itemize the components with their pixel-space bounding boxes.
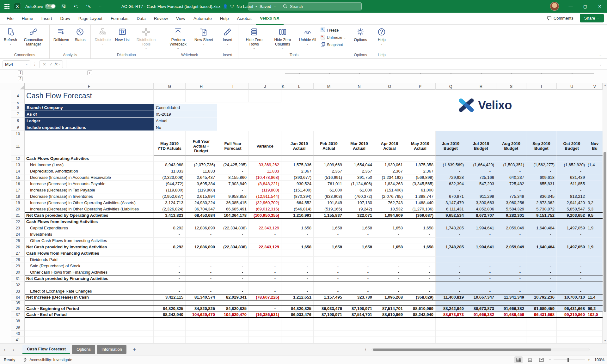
cell-T39[interactable] (526, 324, 557, 331)
cell-J23[interactable]: 22,343,129 (249, 225, 281, 231)
cell-O35[interactable] (374, 301, 405, 305)
cell-F25[interactable]: Other Cash Flows from Investing Activiti… (25, 238, 154, 244)
cell-O20[interactable]: 18,532 (374, 206, 405, 212)
cell-H16[interactable]: 3,695,384 (186, 181, 217, 187)
cell-F21[interactable]: Net Cash provided by Operating Activitie… (25, 213, 154, 218)
cell-H35[interactable] (186, 301, 217, 305)
sheet-nav-left-icon[interactable]: ‹ (0, 347, 9, 352)
cell-P16[interactable]: (3,345,565) (405, 181, 436, 187)
col-header-P[interactable]: P (405, 83, 436, 90)
page-break-preview-button[interactable] (537, 356, 545, 363)
cell-S24[interactable]: - (496, 231, 526, 238)
cell-T29[interactable]: - (526, 263, 557, 269)
cell-T25[interactable]: - (526, 238, 557, 244)
cell-P15[interactable]: (569,898) (405, 174, 436, 181)
cell-O11[interactable]: Apr 2019Actual (374, 137, 405, 155)
cell-G11[interactable]: May 2019YTD Actuals (154, 137, 186, 155)
cell-M31[interactable]: - (314, 276, 344, 282)
cell-F22[interactable]: Cash Flows from Investing Activities (25, 219, 154, 225)
cell-T11[interactable]: Sep 2019Budget (526, 137, 557, 155)
col-header-F[interactable]: F (25, 83, 154, 90)
share-button[interactable]: Share⌄ (580, 14, 604, 22)
cell-T10[interactable] (526, 131, 557, 137)
cell-S26[interactable]: 2,059,049 (496, 244, 526, 250)
cell-L12[interactable] (285, 155, 314, 162)
cell-U28[interactable]: - (557, 257, 587, 263)
cell-Q11[interactable]: Jun 2019Budget (436, 137, 466, 155)
cell-N40[interactable] (344, 331, 374, 337)
cell-J21[interactable]: (100,950,355) (249, 213, 281, 218)
cell-H11[interactable]: Full YearActual +Budget (186, 137, 217, 155)
help-button[interactable]: Help⌄ (373, 26, 390, 46)
app-launcher-icon[interactable] (3, 3, 11, 10)
row-header-16[interactable]: 16 (11, 181, 25, 187)
cell-O24[interactable]: - (374, 231, 405, 238)
cell-M28[interactable]: - (314, 257, 344, 263)
cell-V33[interactable] (587, 288, 603, 294)
cell-S38[interactable] (496, 318, 526, 324)
cell-G26[interactable]: 8,292 (154, 244, 186, 250)
tabbar-kebab-icon[interactable]: ⋮ (364, 347, 368, 352)
cell-G28[interactable]: - (154, 257, 186, 263)
cell-R28[interactable]: - (466, 257, 496, 263)
cell-I17[interactable]: - (217, 187, 249, 193)
row-header-10[interactable]: 10 (11, 131, 25, 137)
ribbon-tab-page-layout[interactable]: Page Layout (74, 13, 107, 25)
cell-I15[interactable]: 8,155,860 (217, 174, 249, 181)
cell-I35[interactable] (217, 301, 249, 305)
row-header-24[interactable]: 24 (11, 231, 25, 238)
cell-U12[interactable] (557, 155, 587, 162)
cell-G23[interactable]: 8,292 (154, 225, 186, 231)
cell-K32[interactable] (281, 282, 285, 288)
cell-O13[interactable]: 1,939,061 (374, 162, 405, 168)
new-sheet-button[interactable]: New Sheet⌄ (193, 26, 215, 46)
cell-N21[interactable]: 322,071 (344, 213, 374, 218)
cell-M32[interactable] (314, 282, 344, 288)
cell-J38[interactable] (249, 318, 281, 324)
cell-F38[interactable] (25, 318, 154, 324)
cell-R16[interactable]: 547,203 (466, 181, 496, 187)
cell-S29[interactable]: - (496, 263, 526, 269)
cell-K26[interactable] (281, 244, 285, 250)
cell-T22[interactable] (526, 219, 557, 225)
cell-N39[interactable] (344, 324, 374, 331)
cell-M14[interactable]: 2,367 (314, 168, 344, 174)
cell-O18[interactable]: (2,076,765) (374, 193, 405, 200)
cell-T32[interactable] (526, 282, 557, 288)
cell-R18[interactable]: 911,298 (466, 193, 496, 200)
sheet-nav-right-icon[interactable]: › (9, 347, 18, 352)
cell-L25[interactable]: - (285, 238, 314, 244)
col-header-H[interactable]: H (186, 83, 217, 90)
cell-M24[interactable]: - (314, 231, 344, 238)
cell-L40[interactable] (285, 331, 314, 337)
cell-V36[interactable]: 99,2 (587, 306, 603, 312)
cell-R25[interactable]: - (466, 238, 496, 244)
cell-H22[interactable] (186, 219, 217, 225)
cell-K15[interactable] (281, 174, 285, 181)
cell-P22[interactable] (405, 219, 436, 225)
cell-U17[interactable]: - (557, 187, 587, 193)
cell-G34[interactable]: 3,422,115 (154, 295, 186, 300)
cell-H13[interactable]: (2,079,736) (186, 162, 217, 168)
zoom-out-icon[interactable]: − (549, 358, 551, 362)
cell-L10[interactable] (285, 131, 314, 137)
cell-L31[interactable]: - (285, 276, 314, 282)
cell-N23[interactable]: 1,658 (344, 225, 374, 231)
cell-G17[interactable]: (119,800) (154, 187, 186, 193)
cell-V38[interactable] (587, 318, 603, 324)
cell-O36[interactable]: 87,514,701 (374, 306, 405, 312)
cell-Q26[interactable]: 1,748,285 (436, 244, 466, 250)
cell-H40[interactable] (186, 331, 217, 337)
cell-L36[interactable]: 84,820,825 (285, 306, 314, 312)
unhide-all-button[interactable]: Unhide All⌄ (297, 26, 318, 46)
cell-F36[interactable]: Cash - Beginning of Period (25, 306, 154, 312)
cell-N24[interactable]: - (344, 231, 374, 238)
cell-R31[interactable]: - (466, 276, 496, 282)
cell-P17[interactable]: 61,000 (405, 187, 436, 193)
cell-Q32[interactable] (436, 282, 466, 288)
cell-K17[interactable] (281, 187, 285, 193)
cell-I4[interactable] (217, 90, 249, 102)
cell-Q40[interactable] (436, 331, 466, 337)
cell-I22[interactable] (217, 219, 249, 225)
cell-O33[interactable]: - (374, 288, 405, 294)
